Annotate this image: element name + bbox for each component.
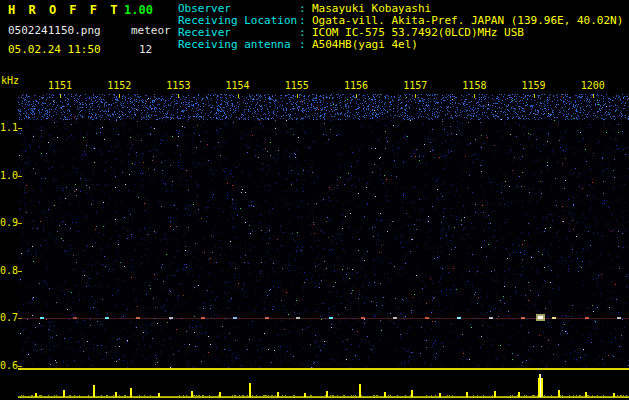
x-tick-label: 1200 xyxy=(577,80,609,91)
spectrogram-canvas xyxy=(18,94,629,368)
x-tick-label: 1155 xyxy=(281,80,313,91)
app-title: H R O F F T xyxy=(8,3,120,17)
x-tick-label: 1151 xyxy=(44,80,76,91)
y-axis-unit-label: kHz xyxy=(1,75,19,86)
info-label: Receiving antenna xyxy=(178,39,299,51)
hrofft-screen: H R O F F T 1.00 0502241150.png meteor 0… xyxy=(0,0,629,400)
datetime: 05.02.24 11:50 xyxy=(8,43,101,56)
output-filename: 0502241150.png xyxy=(8,24,101,37)
x-tick-label: 1158 xyxy=(458,80,490,91)
station-info: Observer:Masayuki KobayashiReceiving Loc… xyxy=(178,3,628,51)
x-tick-label: 1154 xyxy=(222,80,254,91)
x-tick-label: 1159 xyxy=(518,80,550,91)
x-tick-label: 1152 xyxy=(103,80,135,91)
y-tick-label: 1.1 xyxy=(0,122,16,133)
app-version: 1.00 xyxy=(124,3,153,17)
y-tick-label: 0.7 xyxy=(0,312,16,323)
y-tick-label: 0.8 xyxy=(0,265,16,276)
x-tick-label: 1157 xyxy=(399,80,431,91)
meteor-count: 12 xyxy=(139,43,152,56)
mode-label: meteor xyxy=(131,24,171,37)
y-tick-label: 0.9 xyxy=(0,217,16,228)
x-tick-label: 1153 xyxy=(162,80,194,91)
x-tick-label: 1156 xyxy=(340,80,372,91)
station-info-row: Receiving antenna:A504HB(yagi 4el) xyxy=(178,39,628,51)
y-tick-label: 1.0 xyxy=(0,170,16,181)
frequency-axis-baseline xyxy=(18,368,629,370)
y-tick-label: 0.6 xyxy=(0,360,16,371)
info-value: A504HB(yagi 4el) xyxy=(312,38,418,51)
info-colon: : xyxy=(299,39,312,51)
signal-power-strip xyxy=(18,371,629,398)
